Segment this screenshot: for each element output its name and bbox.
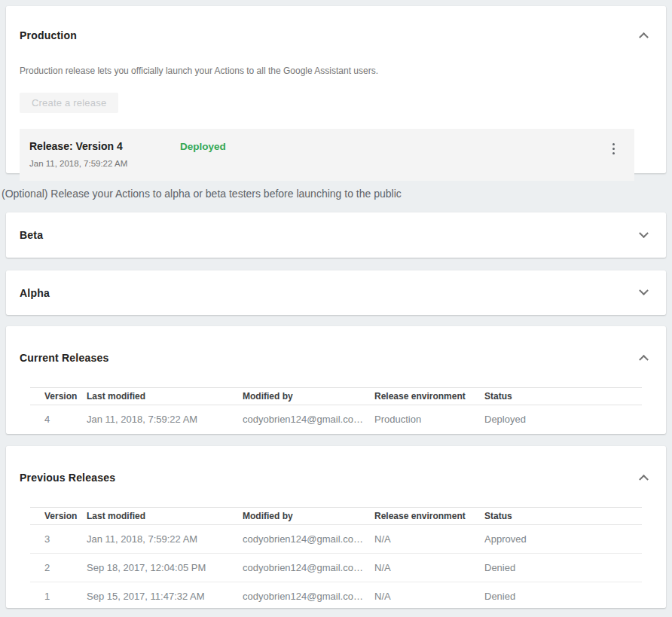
- alpha-section[interactable]: Alpha: [6, 270, 666, 315]
- table-cell: Approved: [484, 525, 642, 554]
- chevron-up-icon: [639, 32, 649, 42]
- table-cell: Sep 15, 2017, 11:47:32 AM: [87, 582, 243, 608]
- column-header: Status: [484, 508, 642, 525]
- table-cell: Sep 18, 2017, 12:04:05 PM: [87, 554, 243, 582]
- table-row: 1Sep 15, 2017, 11:47:32 AMcodyobrien124@…: [30, 582, 642, 608]
- table-cell: codyobrien124@gmail.co…: [243, 405, 374, 434]
- column-header: Modified by: [243, 388, 374, 405]
- table-cell: 3: [30, 525, 87, 554]
- current-releases-header: Current Releases: [6, 326, 666, 372]
- current-releases-table: VersionLast modifiedModified byRelease e…: [30, 387, 642, 434]
- release-status-badge: Deployed: [180, 141, 226, 152]
- column-header: Last modified: [87, 508, 243, 525]
- column-header: Release environment: [374, 388, 484, 405]
- table-cell: Jan 11, 2018, 7:59:22 AM: [87, 525, 243, 554]
- chevron-up-icon: [639, 355, 649, 365]
- table-row: 4Jan 11, 2018, 7:59:22 AMcodyobrien124@g…: [30, 405, 642, 434]
- table-row: 3Jan 11, 2018, 7:59:22 AMcodyobrien124@g…: [30, 525, 642, 554]
- current-releases-section: Current Releases VersionLast modifiedMod…: [6, 326, 666, 434]
- previous-releases-table: VersionLast modifiedModified byRelease e…: [30, 507, 642, 608]
- release-title-row: Release: Version 4 Deployed: [29, 140, 625, 152]
- beta-title: Beta: [20, 229, 43, 241]
- table-header-row: VersionLast modifiedModified byRelease e…: [30, 508, 642, 525]
- previous-releases-collapse-button[interactable]: [634, 471, 652, 484]
- chevron-down-icon: [639, 286, 649, 295]
- alpha-expand-button[interactable]: [634, 286, 652, 300]
- create-release-button[interactable]: Create a release: [20, 93, 118, 113]
- table-cell: N/A: [374, 582, 484, 608]
- table-cell: 4: [30, 405, 87, 434]
- production-header: Production: [20, 20, 652, 50]
- release-date: Jan 11, 2018, 7:59:22 AM: [29, 159, 625, 168]
- table-cell: codyobrien124@gmail.co…: [243, 554, 374, 582]
- kebab-dot: [612, 143, 615, 145]
- release-name: Release: Version 4: [29, 140, 180, 152]
- column-header: Release environment: [374, 508, 484, 525]
- table-cell: Deployed: [484, 405, 642, 434]
- kebab-dot: [612, 148, 615, 150]
- table-row: 2Sep 18, 2017, 12:04:05 PMcodyobrien124@…: [30, 554, 642, 582]
- column-header: Modified by: [243, 508, 374, 525]
- chevron-up-icon: [639, 475, 649, 484]
- table-cell: codyobrien124@gmail.co…: [243, 582, 374, 608]
- previous-releases-header: Previous Releases: [6, 446, 666, 492]
- kebab-dot: [612, 152, 615, 154]
- previous-releases-section: Previous Releases VersionLast modifiedMo…: [6, 446, 666, 608]
- column-header: Status: [484, 388, 642, 405]
- table-cell: N/A: [374, 525, 484, 554]
- alpha-title: Alpha: [20, 287, 50, 299]
- current-releases-collapse-button[interactable]: [634, 351, 652, 365]
- release-page: Production Production release lets you o…: [0, 0, 672, 617]
- beta-section[interactable]: Beta: [6, 212, 666, 258]
- current-releases-title: Current Releases: [20, 352, 108, 364]
- production-collapse-button[interactable]: [634, 29, 652, 42]
- previous-releases-title: Previous Releases: [20, 472, 115, 484]
- table-cell: N/A: [374, 554, 484, 582]
- deployed-release-card: Release: Version 4 Deployed Jan 11, 2018…: [20, 129, 634, 181]
- column-header: Version: [30, 508, 87, 525]
- column-header: Version: [30, 388, 87, 405]
- production-description: Production release lets you officially l…: [20, 66, 652, 76]
- table-cell: Jan 11, 2018, 7:59:22 AM: [87, 405, 243, 434]
- production-section: Production Production release lets you o…: [6, 6, 666, 173]
- chevron-down-icon: [639, 228, 649, 238]
- beta-expand-button[interactable]: [634, 228, 652, 242]
- table-header-row: VersionLast modifiedModified byRelease e…: [30, 388, 642, 405]
- table-cell: Production: [374, 405, 484, 434]
- table-cell: codyobrien124@gmail.co…: [243, 525, 374, 554]
- table-cell: Denied: [484, 582, 642, 608]
- table-cell: 1: [30, 582, 87, 608]
- optional-note: (Optional) Release your Actions to alpha…: [2, 186, 666, 201]
- production-title: Production: [20, 29, 77, 41]
- release-overflow-menu-button[interactable]: [609, 142, 618, 156]
- column-header: Last modified: [87, 388, 243, 405]
- table-cell: 2: [30, 554, 87, 582]
- table-cell: Denied: [484, 554, 642, 582]
